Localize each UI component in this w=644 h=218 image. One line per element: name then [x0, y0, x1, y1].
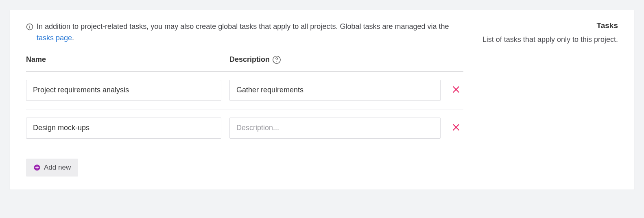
- delete-row-button[interactable]: [449, 82, 463, 98]
- task-name-input[interactable]: [26, 80, 221, 101]
- task-name-input[interactable]: [26, 118, 221, 139]
- cell-description: [221, 80, 463, 101]
- side-description: List of tasks that apply only to this pr…: [480, 34, 618, 46]
- delete-row-button[interactable]: [449, 120, 463, 136]
- header-name: Name: [26, 55, 221, 64]
- tasks-page-link[interactable]: tasks page: [37, 34, 72, 42]
- table-header: Name Description: [26, 55, 463, 72]
- cell-description: [221, 118, 463, 139]
- close-icon: [451, 85, 461, 96]
- header-name-label: Name: [26, 55, 46, 64]
- add-new-button[interactable]: Add new: [26, 159, 78, 177]
- tasks-card: In addition to project-related tasks, yo…: [10, 10, 634, 190]
- info-icon: [26, 23, 33, 34]
- close-icon: [451, 122, 461, 133]
- task-description-input[interactable]: [229, 118, 441, 139]
- header-description: Description: [221, 55, 463, 64]
- side-column: Tasks List of tasks that apply only to t…: [480, 21, 618, 177]
- task-description-input[interactable]: [229, 80, 441, 101]
- add-new-label: Add new: [44, 164, 71, 172]
- info-text-before: In addition to project-related tasks, yo…: [37, 22, 449, 31]
- tasks-table: Name Description: [26, 55, 463, 147]
- table-row: [26, 109, 463, 147]
- help-icon[interactable]: [272, 55, 281, 64]
- header-description-label: Description: [229, 55, 270, 64]
- table-row: [26, 72, 463, 109]
- info-text-after: .: [72, 34, 74, 42]
- cell-name: [26, 80, 221, 101]
- plus-circle-icon: [33, 164, 41, 171]
- svg-point-2: [30, 25, 30, 26]
- info-banner: In addition to project-related tasks, yo…: [26, 21, 463, 44]
- info-text: In addition to project-related tasks, yo…: [37, 21, 463, 44]
- side-title: Tasks: [480, 21, 618, 30]
- cell-name: [26, 118, 221, 139]
- main-column: In addition to project-related tasks, yo…: [26, 21, 463, 177]
- svg-point-4: [276, 61, 277, 62]
